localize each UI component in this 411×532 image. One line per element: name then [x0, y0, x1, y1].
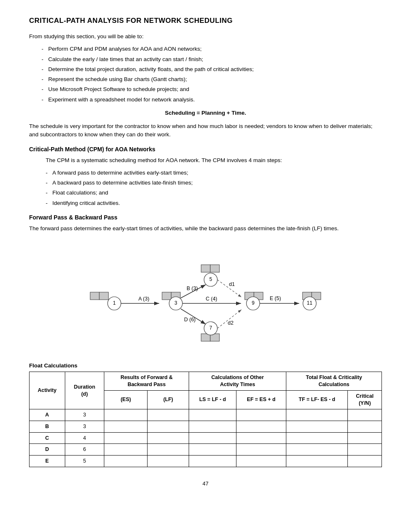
table-row: D 6: [30, 444, 382, 456]
svg-text:9: 9: [251, 300, 254, 306]
svg-text:5: 5: [209, 276, 212, 282]
cell-duration: 3: [65, 421, 104, 432]
cell-es: [104, 421, 148, 432]
fp-heading: Forward Pass & Backward Pass: [29, 213, 382, 222]
list-item: A backward pass to determine activities …: [46, 179, 382, 187]
cell-ef: [236, 409, 286, 421]
col-header-tf: TF = LF- ES - d: [286, 391, 348, 409]
cell-tf: [286, 444, 348, 456]
list-item: Identifying critical activities.: [46, 199, 382, 207]
float-label: Float Calculations: [29, 362, 382, 370]
fp-desc: The forward pass determines the early-st…: [29, 224, 382, 233]
cell-activity: B: [30, 421, 65, 432]
svg-rect-2: [90, 292, 99, 300]
svg-text:D (6): D (6): [184, 317, 196, 323]
cell-critical: [348, 421, 382, 432]
cpm-steps-list: A forward pass to determine activities e…: [46, 169, 382, 207]
col-header-other-times: Calculations of OtherActivity Times: [189, 372, 286, 391]
cell-lf: [148, 421, 189, 432]
network-diagram: 1 A (3) 3 5 B (3) C (4) D (6) 7 d1: [29, 245, 382, 353]
col-header-ef: EF = ES + d: [236, 391, 286, 409]
cpm-intro: The CPM is a systematic scheduling metho…: [46, 156, 382, 165]
float-table: Activity Duration(d) Results of Forward …: [29, 372, 382, 467]
cell-ef: [236, 421, 286, 432]
list-item: Represent the schedule using Bar charts …: [42, 75, 382, 84]
table-row: B 3: [30, 421, 382, 432]
list-item: Float calculations; and: [46, 189, 382, 197]
table-row: C 4: [30, 432, 382, 444]
cell-ls: [189, 444, 236, 456]
cell-tf: [286, 456, 348, 467]
cell-tf: [286, 409, 348, 421]
svg-text:1: 1: [113, 300, 116, 306]
cell-ls: [189, 421, 236, 432]
cell-ef: [236, 432, 286, 444]
svg-text:C (4): C (4): [206, 296, 217, 302]
cell-duration: 5: [65, 456, 104, 467]
svg-text:A (3): A (3): [138, 296, 149, 302]
svg-text:d1: d1: [229, 281, 235, 287]
cell-activity: A: [30, 409, 65, 421]
cell-activity: C: [30, 432, 65, 444]
cell-es: [104, 444, 148, 456]
cell-duration: 3: [65, 409, 104, 421]
svg-text:11: 11: [307, 300, 313, 306]
cell-ls: [189, 456, 236, 467]
list-item: Determine the total project duration, ac…: [42, 65, 382, 74]
svg-text:E (5): E (5): [270, 296, 281, 301]
page-number: 47: [29, 480, 382, 488]
svg-text:B (3): B (3): [187, 286, 198, 291]
cell-ls: [189, 432, 236, 444]
col-header-ls: LS = LF - d: [189, 391, 236, 409]
cpm-heading: Critical-Path Method (CPM) for AOA Netwo…: [29, 145, 382, 154]
cell-critical: [348, 456, 382, 467]
scheduling-desc: The schedule is very important for the c…: [29, 122, 382, 139]
objectives-list: Perform CPM and PDM analyses for AOA and…: [42, 45, 382, 104]
svg-text:7: 7: [209, 325, 212, 331]
col-header-es: (ES): [104, 391, 148, 409]
cell-ef: [236, 456, 286, 467]
list-item: Perform CPM and PDM analyses for AOA and…: [42, 45, 382, 53]
svg-text:3: 3: [174, 300, 177, 306]
cell-lf: [148, 444, 189, 456]
col-header-activity: Activity: [30, 372, 65, 409]
cell-activity: D: [30, 444, 65, 456]
cell-duration: 6: [65, 444, 104, 456]
svg-rect-12: [201, 265, 210, 272]
cell-duration: 4: [65, 432, 104, 444]
list-item: Use Microsoft Project Software to schedu…: [42, 85, 382, 94]
table-row: A 3: [30, 409, 382, 421]
svg-rect-8: [162, 292, 171, 300]
scheduling-equation: Scheduling = Planning + Time.: [29, 109, 382, 117]
cell-critical: [348, 409, 382, 421]
cell-critical: [348, 432, 382, 444]
cell-lf: [148, 456, 189, 467]
cell-lf: [148, 409, 189, 421]
cell-lf: [148, 432, 189, 444]
page-title: CRITICAL-PATH ANALYSIS FOR NETWORK SCHED…: [29, 17, 382, 25]
list-item: Experiment with a spreadsheet model for …: [42, 96, 382, 104]
intro-text: From studying this section, you will be …: [29, 32, 382, 41]
svg-text:d2: d2: [228, 320, 234, 326]
cell-es: [104, 456, 148, 467]
float-section: Float Calculations Activity Duration(d) …: [29, 362, 382, 467]
cell-es: [104, 432, 148, 444]
cell-es: [104, 409, 148, 421]
list-item: Calculate the early / late times that an…: [42, 55, 382, 64]
list-item: A forward pass to determine activities e…: [46, 169, 382, 177]
table-row: E 5: [30, 456, 382, 467]
cell-tf: [286, 432, 348, 444]
col-header-forward-backward: Results of Forward &Backward Pass: [104, 372, 189, 391]
col-header-critical: Critical(Y/N): [348, 391, 382, 409]
svg-rect-13: [210, 265, 219, 272]
col-header-duration: Duration(d): [65, 372, 104, 409]
cell-critical: [348, 444, 382, 456]
cell-tf: [286, 421, 348, 432]
cell-activity: E: [30, 456, 65, 467]
col-header-criticality: Total Float & CriticalityCalculations: [286, 372, 382, 391]
svg-rect-3: [99, 292, 108, 300]
cell-ef: [236, 444, 286, 456]
col-header-lf: (LF): [148, 391, 189, 409]
cell-ls: [189, 409, 236, 421]
